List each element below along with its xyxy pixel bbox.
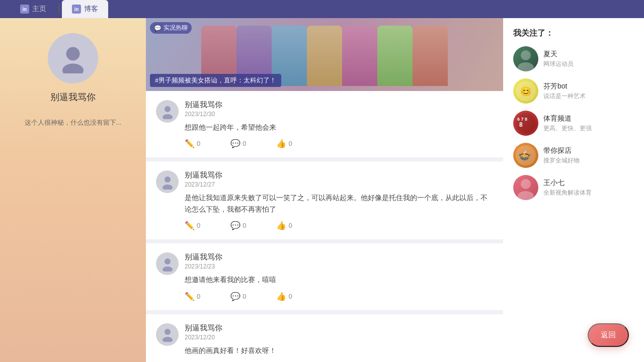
following-info-1: 芬芳bot 说话是一种艺术 bbox=[543, 82, 634, 101]
svg-point-2 bbox=[165, 106, 171, 112]
following-item-4[interactable]: 王小七 全新视角解读体育 bbox=[513, 175, 634, 200]
nav-home[interactable]: in 主页 bbox=[10, 0, 56, 18]
post-text-3: 他画的画真好看！好喜欢呀！ bbox=[185, 345, 493, 356]
following-avatar-icon-1: 😊 bbox=[513, 78, 538, 104]
share-icon-0: ✏️ bbox=[185, 139, 195, 148]
following-avatar-4 bbox=[513, 175, 538, 200]
blog-label: 博客 bbox=[84, 5, 98, 14]
post-item: 别逼我骂你 2023/12/20 他画的画真好看！好喜欢呀！ ✏️ 0 💬 0 bbox=[146, 314, 503, 362]
svg-text:🍲: 🍲 bbox=[518, 149, 531, 161]
top-navigation: in 主页 in 博客 bbox=[0, 0, 644, 18]
post-avatar-icon-3 bbox=[160, 327, 175, 342]
like-count-1: 0 bbox=[288, 222, 292, 229]
post-avatar-3 bbox=[156, 323, 179, 346]
post-text-0: 想跟他一起跨年，希望他会来 bbox=[185, 122, 493, 133]
post-avatar-icon-0 bbox=[160, 104, 175, 119]
share-button-0[interactable]: ✏️ 0 bbox=[185, 139, 200, 148]
svg-text:😊: 😊 bbox=[520, 86, 532, 97]
svg-point-8 bbox=[165, 329, 171, 335]
following-avatar-icon-2: 6 7 8 8 bbox=[513, 111, 538, 136]
following-avatar-icon-3: 🍲 bbox=[513, 143, 538, 168]
profile-bio: 这个人很神秘，什么也没有留下... bbox=[25, 118, 122, 127]
posts-list: 别逼我骂你 2023/12/30 想跟他一起跨年，希望他会来 ✏️ 0 💬 0 bbox=[146, 91, 503, 362]
post-content-0: 别逼我骂你 2023/12/30 想跟他一起跨年，希望他会来 ✏️ 0 💬 0 bbox=[185, 100, 493, 148]
svg-point-3 bbox=[163, 114, 173, 119]
following-item-1[interactable]: 😊 芬芳bot 说话是一种艺术 bbox=[513, 78, 634, 104]
following-desc-1: 说话是一种艺术 bbox=[543, 92, 634, 101]
post-text-1: 是他让我知道原来失败了可以一笑了之，可以再站起来。他好像是托住我的一个底，从此以… bbox=[185, 192, 493, 215]
svg-point-20 bbox=[518, 191, 534, 200]
blog-logo-icon: in bbox=[72, 5, 81, 14]
post-author-2: 别逼我骂你 bbox=[185, 252, 493, 262]
following-avatar-0 bbox=[513, 46, 538, 71]
following-avatar-icon-0 bbox=[513, 46, 538, 71]
like-button-2[interactable]: 👍 0 bbox=[276, 292, 292, 301]
return-button[interactable]: 返回 bbox=[588, 323, 629, 347]
post-author-1: 别逼我骂你 bbox=[185, 170, 493, 180]
center-feed: 💬 实况热聊 #男子频频被美女搭讪，直呼：太科幻了！ 别逼我骂你 2023/12… bbox=[146, 18, 503, 362]
following-name-0: 夏天 bbox=[543, 50, 634, 59]
home-logo-icon: in bbox=[20, 5, 29, 14]
svg-point-5 bbox=[163, 185, 173, 190]
following-item-2[interactable]: 6 7 8 8 体育频道 更高、更快、更强 bbox=[513, 111, 634, 136]
svg-point-14 bbox=[516, 113, 536, 133]
svg-point-7 bbox=[163, 266, 173, 272]
svg-point-0 bbox=[66, 47, 80, 61]
following-info-0: 夏天 网球运动员 bbox=[543, 50, 634, 68]
banner[interactable]: 💬 实况热聊 #男子频频被美女搭讪，直呼：太科幻了！ bbox=[146, 18, 503, 91]
profile-avatar bbox=[48, 33, 98, 83]
share-count-1: 0 bbox=[197, 222, 200, 229]
comment-button-2[interactable]: 💬 0 bbox=[230, 292, 246, 301]
post-date-2: 2023/12/23 bbox=[185, 263, 493, 270]
following-avatar-icon-4 bbox=[513, 175, 538, 200]
comment-icon-1: 💬 bbox=[230, 221, 240, 230]
following-info-3: 带你探店 搜罗全城好物 bbox=[543, 146, 634, 165]
nav-blog[interactable]: in 博客 bbox=[62, 0, 108, 18]
share-button-1[interactable]: ✏️ 0 bbox=[185, 221, 200, 230]
share-count-2: 0 bbox=[197, 293, 200, 300]
following-avatar-3: 🍲 bbox=[513, 143, 538, 168]
following-avatar-1: 😊 bbox=[513, 78, 538, 104]
post-content-3: 别逼我骂你 2023/12/20 他画的画真好看！好喜欢呀！ ✏️ 0 💬 0 bbox=[185, 323, 493, 362]
like-count-2: 0 bbox=[288, 293, 292, 300]
post-author-3: 别逼我骂你 bbox=[185, 323, 493, 333]
avatar-person-icon bbox=[58, 43, 88, 73]
svg-point-11 bbox=[518, 62, 534, 71]
post-date-0: 2023/12/30 bbox=[185, 111, 493, 118]
following-desc-3: 搜罗全城好物 bbox=[543, 156, 634, 165]
left-sidebar: 别逼我骂你 这个人很神秘，什么也没有留下... bbox=[0, 18, 146, 362]
post-avatar-0 bbox=[156, 100, 179, 123]
following-desc-4: 全新视角解读体育 bbox=[543, 189, 634, 197]
like-icon-0: 👍 bbox=[276, 139, 286, 148]
banner-tag-label: 实况热聊 bbox=[164, 24, 188, 32]
post-author-0: 别逼我骂你 bbox=[185, 100, 493, 110]
comment-button-0[interactable]: 💬 0 bbox=[230, 139, 246, 148]
profile-username: 别逼我骂你 bbox=[50, 91, 96, 103]
following-desc-0: 网球运动员 bbox=[543, 60, 634, 68]
post-actions-0: ✏️ 0 💬 0 👍 0 bbox=[185, 139, 493, 148]
share-icon-1: ✏️ bbox=[185, 221, 195, 230]
like-button-0[interactable]: 👍 0 bbox=[276, 139, 292, 148]
svg-point-6 bbox=[165, 258, 171, 264]
following-desc-2: 更高、更快、更强 bbox=[543, 124, 634, 133]
following-item-3[interactable]: 🍲 带你探店 搜罗全城好物 bbox=[513, 143, 634, 168]
like-button-1[interactable]: 👍 0 bbox=[276, 221, 292, 230]
svg-point-4 bbox=[165, 176, 171, 183]
comment-icon-0: 💬 bbox=[230, 139, 240, 148]
post-actions-2: ✏️ 0 💬 0 👍 0 bbox=[185, 292, 493, 301]
post-content-2: 别逼我骂你 2023/12/23 想邀请他来看我的比赛，嘻嘻 ✏️ 0 💬 0 bbox=[185, 252, 493, 301]
like-icon-1: 👍 bbox=[276, 221, 286, 230]
following-info-4: 王小七 全新视角解读体育 bbox=[543, 178, 634, 197]
following-item-0[interactable]: 夏天 网球运动员 bbox=[513, 46, 634, 71]
share-button-2[interactable]: ✏️ 0 bbox=[185, 292, 200, 301]
comment-count-0: 0 bbox=[243, 140, 246, 147]
post-avatar-icon-2 bbox=[160, 256, 175, 272]
banner-title: #男子频频被美女搭讪，直呼：太科幻了！ bbox=[150, 74, 281, 87]
post-avatar-icon-1 bbox=[160, 174, 175, 190]
post-date-1: 2023/12/27 bbox=[185, 181, 493, 188]
comment-button-1[interactable]: 💬 0 bbox=[230, 221, 246, 230]
svg-point-10 bbox=[521, 50, 531, 60]
main-container: 别逼我骂你 这个人很神秘，什么也没有留下... 💬 实况热聊 bbox=[0, 18, 644, 362]
nav-divider bbox=[59, 4, 59, 14]
share-count-0: 0 bbox=[197, 140, 200, 147]
